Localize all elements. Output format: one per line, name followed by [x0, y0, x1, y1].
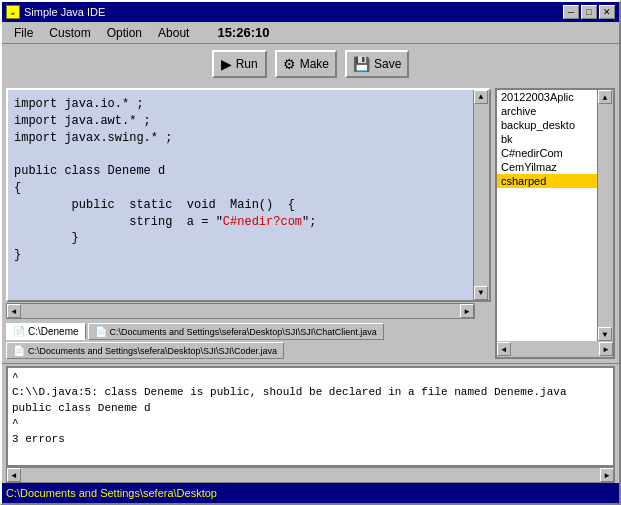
minimize-button[interactable]: ─ — [563, 5, 579, 19]
make-button[interactable]: ⚙ Make — [275, 50, 337, 78]
tree-scroll-down[interactable]: ▼ — [598, 327, 612, 341]
tree-item-3[interactable]: backup_deskto — [497, 118, 597, 132]
scroll-up-arrow[interactable]: ▲ — [474, 90, 488, 104]
tab-coder[interactable]: 📄 C:\Documents and Settings\sefera\Deskt… — [6, 342, 284, 359]
console-section: ^ C:\\D.java:5: class Deneme is public, … — [2, 363, 619, 483]
tree-scrollbar-v[interactable]: ▲ ▼ — [597, 90, 613, 341]
maximize-button[interactable]: □ — [581, 5, 597, 19]
console-scrollbar-h[interactable]: ◄ ► — [6, 467, 615, 483]
main-area: import java.io.* ; import java.awt.* ; i… — [2, 84, 619, 363]
editor-section: import java.io.* ; import java.awt.* ; i… — [6, 88, 491, 359]
code-line-4 — [14, 146, 469, 163]
tree-v-track — [598, 104, 613, 327]
close-button[interactable]: ✕ — [599, 5, 615, 19]
code-line-1: import java.io.* ; — [14, 96, 469, 113]
tab-doc-icon-3: 📄 — [13, 345, 25, 356]
tab-doc-icon-2: 📄 — [95, 326, 107, 337]
tab-doc-icon-1: 📄 — [13, 326, 25, 337]
code-line-5: public class Deneme d — [14, 163, 469, 180]
status-bar: C:\Documents and Settings\sefera\Desktop — [2, 483, 619, 503]
status-text: C:\Documents and Settings\sefera\Desktop — [6, 487, 217, 499]
file-tabs: 📄 C:\Deneme 📄 C:\Documents and Settings\… — [6, 323, 491, 359]
title-buttons: ─ □ ✕ — [563, 5, 615, 19]
tab-label-3: C:\Documents and Settings\sefera\Desktop… — [28, 346, 277, 356]
tree-item-2[interactable]: archive — [497, 104, 597, 118]
tab-deneme[interactable]: 📄 C:\Deneme — [6, 323, 86, 340]
tree-item-6[interactable]: CemYilmaz — [497, 160, 597, 174]
code-line-7: public static void Main() { — [14, 197, 469, 214]
make-icon: ⚙ — [283, 56, 296, 72]
run-button[interactable]: ▶ Run — [212, 50, 267, 78]
run-label: Run — [236, 57, 258, 71]
clock-display: 15:26:10 — [217, 25, 269, 40]
code-line-9: } — [14, 230, 469, 247]
scroll-track — [474, 104, 488, 286]
menu-option[interactable]: Option — [99, 24, 150, 42]
console-scroll-right[interactable]: ► — [600, 468, 614, 482]
tree-item-1[interactable]: 20122003Aplic — [497, 90, 597, 104]
tab-chatclient[interactable]: 📄 C:\Documents and Settings\sefera\Deskt… — [88, 323, 384, 340]
tree-item-5[interactable]: C#nedirCom — [497, 146, 597, 160]
file-tree: 20122003Aplic archive backup_deskto bk C… — [495, 88, 615, 359]
tree-item-4[interactable]: bk — [497, 132, 597, 146]
console-line-4: 3 errors — [12, 432, 609, 447]
save-button[interactable]: 💾 Save — [345, 50, 409, 78]
window-title: Simple Java IDE — [24, 6, 105, 18]
menu-custom[interactable]: Custom — [41, 24, 98, 42]
save-icon: 💾 — [353, 56, 370, 72]
scroll-down-arrow[interactable]: ▼ — [474, 286, 488, 300]
code-line-3: import javax.swing.* ; — [14, 130, 469, 147]
code-line-8: string a = "C#nedir?com"; — [14, 214, 469, 231]
title-bar: ☕ Simple Java IDE ─ □ ✕ — [2, 2, 619, 22]
tree-scrollbar-h[interactable]: ◄ ► — [497, 341, 613, 357]
console-line-2: public class Deneme d — [12, 401, 609, 416]
console-line-1: C:\\D.java:5: class Deneme is public, sh… — [12, 385, 609, 400]
tree-scroll-right[interactable]: ► — [599, 342, 613, 356]
tab-label-1: C:\Deneme — [28, 326, 79, 337]
save-label: Save — [374, 57, 401, 71]
title-bar-left: ☕ Simple Java IDE — [6, 5, 105, 19]
menu-about[interactable]: About — [150, 24, 197, 42]
code-editor[interactable]: import java.io.* ; import java.awt.* ; i… — [6, 88, 491, 302]
tree-item-7[interactable]: csharped — [497, 174, 597, 188]
tree-scroll-left[interactable]: ◄ — [497, 342, 511, 356]
menu-file[interactable]: File — [6, 24, 41, 42]
console-line-3: ^ — [12, 416, 609, 431]
code-line-2: import java.awt.* ; — [14, 113, 469, 130]
main-window: ☕ Simple Java IDE ─ □ ✕ File Custom Opti… — [0, 0, 621, 505]
scroll-left-arrow[interactable]: ◄ — [7, 304, 21, 318]
file-tree-sidebar: 20122003Aplic archive backup_deskto bk C… — [495, 88, 615, 359]
editor-scrollbar-v[interactable]: ▲ ▼ — [473, 90, 489, 300]
app-icon: ☕ — [6, 5, 20, 19]
console-line-0: ^ — [12, 370, 609, 385]
toolbar: ▶ Run ⚙ Make 💾 Save — [2, 44, 619, 84]
code-line-10: } — [14, 247, 469, 264]
scroll-right-arrow[interactable]: ► — [460, 304, 474, 318]
make-label: Make — [300, 57, 329, 71]
tree-scroll-up[interactable]: ▲ — [598, 90, 612, 104]
console-output[interactable]: ^ C:\\D.java:5: class Deneme is public, … — [6, 366, 615, 467]
run-icon: ▶ — [221, 56, 232, 72]
code-line-6: { — [14, 180, 469, 197]
editor-scrollbar-h[interactable]: ◄ ► — [6, 303, 475, 319]
console-scroll-left[interactable]: ◄ — [7, 468, 21, 482]
tab-label-2: C:\Documents and Settings\sefera\Desktop… — [110, 327, 377, 337]
menu-bar: File Custom Option About 15:26:10 — [2, 22, 619, 44]
